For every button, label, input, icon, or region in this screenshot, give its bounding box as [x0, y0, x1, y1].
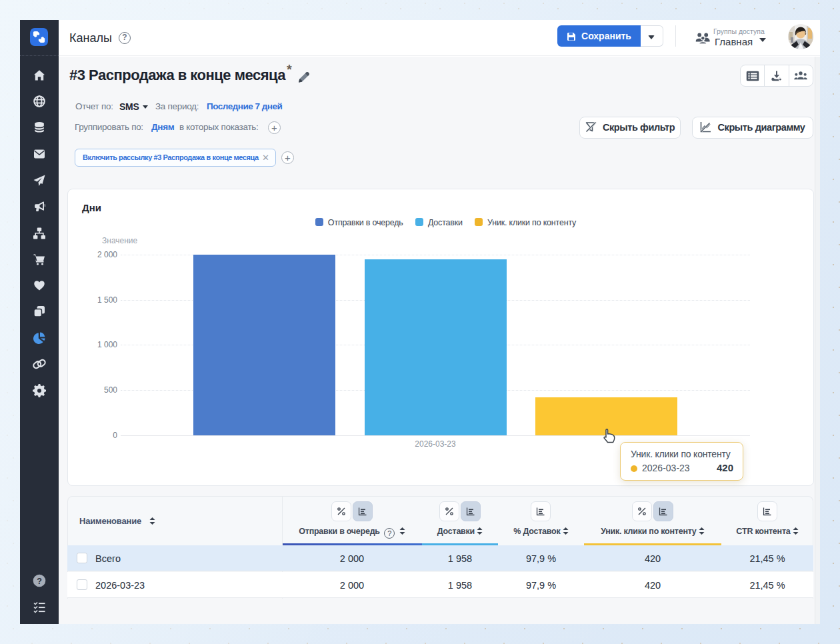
svg-text:?: ?: [37, 577, 42, 586]
